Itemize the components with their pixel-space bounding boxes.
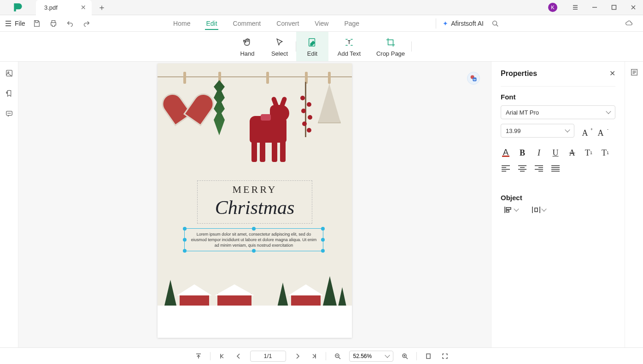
user-avatar[interactable]: K bbox=[548, 3, 557, 12]
menu-page[interactable]: Page bbox=[343, 17, 360, 30]
resize-handle[interactable] bbox=[183, 227, 187, 231]
menu-home[interactable]: Home bbox=[172, 17, 191, 30]
decrease-font-icon[interactable]: A- bbox=[596, 128, 606, 138]
tool-add-text[interactable]: Add Text bbox=[328, 32, 370, 61]
tab-title: 3.pdf bbox=[44, 4, 58, 11]
menu-edit[interactable]: Edit bbox=[205, 17, 218, 30]
document-tab[interactable]: 3.pdf ✕ bbox=[36, 0, 92, 15]
tool-edit-label: Edit bbox=[307, 50, 317, 57]
object-section-title: Object bbox=[501, 194, 615, 202]
fullscreen-icon[interactable] bbox=[440, 351, 450, 361]
menu-button[interactable] bbox=[566, 0, 585, 15]
bold-icon[interactable]: B bbox=[517, 148, 527, 158]
italic-icon[interactable]: I bbox=[534, 148, 544, 158]
distribute-objects-dropdown[interactable] bbox=[532, 206, 546, 214]
file-menu[interactable]: File bbox=[5, 20, 25, 27]
resize-handle[interactable] bbox=[252, 227, 256, 231]
align-right-icon[interactable] bbox=[534, 163, 544, 173]
ai-button[interactable]: ✦ Afirstsoft AI bbox=[443, 20, 484, 27]
bookmarks-icon[interactable] bbox=[4, 88, 14, 98]
zoom-in-icon[interactable] bbox=[400, 351, 410, 361]
menu-comment[interactable]: Comment bbox=[232, 17, 262, 30]
right-rail bbox=[625, 62, 643, 347]
heading-line-2: Christmas bbox=[199, 196, 310, 219]
title-bar: 3.pdf ✕ ＋ K bbox=[0, 0, 643, 15]
tool-crop-page[interactable]: Crop Page bbox=[370, 32, 411, 61]
align-left-icon[interactable] bbox=[501, 163, 511, 173]
search-icon[interactable] bbox=[490, 18, 500, 29]
resize-handle[interactable] bbox=[252, 249, 256, 253]
resize-handle[interactable] bbox=[321, 227, 325, 231]
menu-convert[interactable]: Convert bbox=[275, 17, 300, 30]
tool-hand-label: Hand bbox=[240, 50, 254, 57]
minimize-button[interactable] bbox=[585, 0, 604, 15]
add-text-icon bbox=[344, 36, 354, 48]
tool-add-text-label: Add Text bbox=[338, 50, 361, 57]
page-indicator-input[interactable] bbox=[250, 351, 286, 362]
svg-rect-3 bbox=[6, 70, 12, 76]
thumbnails-icon[interactable] bbox=[4, 68, 14, 78]
font-section-title: Font bbox=[501, 93, 615, 101]
subscript-icon[interactable]: T1 bbox=[600, 148, 610, 158]
font-family-dropdown[interactable]: Arial MT Pro bbox=[501, 105, 615, 119]
prev-page-icon[interactable] bbox=[234, 351, 244, 361]
last-page-icon[interactable] bbox=[309, 351, 319, 361]
decor-heart bbox=[170, 84, 204, 114]
edit-page-icon bbox=[307, 36, 317, 48]
separator bbox=[411, 41, 412, 52]
body-text: Lorem ipsum dolor sit amet, consectetur … bbox=[190, 231, 317, 248]
maximize-button[interactable] bbox=[604, 0, 624, 15]
resize-handle[interactable] bbox=[321, 238, 325, 242]
svg-rect-0 bbox=[612, 6, 616, 10]
scroll-top-icon[interactable] bbox=[193, 351, 204, 361]
properties-panel: Properties ✕ Font Arial MT Pro 13.99 A+ … bbox=[491, 62, 625, 347]
redo-icon[interactable] bbox=[82, 18, 92, 29]
crop-icon bbox=[386, 36, 396, 48]
undo-icon[interactable] bbox=[65, 18, 75, 29]
font-size-dropdown[interactable]: 13.99 bbox=[501, 124, 574, 138]
panel-toggle-icon[interactable] bbox=[630, 68, 638, 78]
chevron-down-icon bbox=[385, 352, 390, 358]
superscript-icon[interactable]: T1 bbox=[584, 148, 594, 158]
tool-hand[interactable]: Hand bbox=[231, 32, 263, 61]
align-center-icon[interactable] bbox=[517, 163, 527, 173]
comments-icon[interactable] bbox=[4, 109, 14, 119]
chevron-down-icon bbox=[606, 109, 611, 114]
sparkle-icon: ✦ bbox=[443, 20, 448, 27]
decor-clip bbox=[266, 72, 269, 84]
document-page[interactable]: MERRY Christmas Lorem ipsum dolor sit am… bbox=[158, 64, 352, 338]
menu-view[interactable]: View bbox=[314, 17, 329, 30]
increase-font-icon[interactable]: A+ bbox=[580, 128, 590, 138]
first-page-icon[interactable] bbox=[217, 351, 227, 361]
decor-string bbox=[158, 76, 352, 77]
cloud-icon[interactable] bbox=[624, 18, 634, 29]
decor-branch bbox=[214, 80, 225, 135]
align-objects-dropdown[interactable] bbox=[504, 206, 518, 214]
fit-page-icon[interactable] bbox=[423, 351, 433, 361]
close-window-button[interactable] bbox=[624, 0, 643, 15]
strikethrough-icon[interactable]: A bbox=[567, 148, 577, 158]
canvas-area[interactable]: W MERRY Chri bbox=[18, 62, 491, 347]
resize-handle[interactable] bbox=[183, 238, 187, 242]
properties-close-button[interactable]: ✕ bbox=[609, 69, 615, 78]
print-icon[interactable] bbox=[48, 18, 58, 29]
align-justify-icon[interactable] bbox=[550, 163, 561, 173]
tool-select[interactable]: Select bbox=[263, 32, 296, 61]
save-icon[interactable] bbox=[32, 18, 42, 29]
tool-edit[interactable]: Edit bbox=[296, 32, 328, 61]
font-size-value: 13.99 bbox=[506, 127, 521, 134]
heading-text-block[interactable]: MERRY Christmas bbox=[197, 180, 312, 224]
zoom-dropdown[interactable]: 52.56% bbox=[349, 351, 393, 362]
tab-close-button[interactable]: ✕ bbox=[81, 4, 86, 11]
font-color-icon[interactable]: A bbox=[501, 148, 511, 158]
decor-berries bbox=[301, 82, 310, 137]
convert-word-badge[interactable]: W bbox=[467, 72, 480, 85]
next-page-icon[interactable] bbox=[292, 351, 303, 361]
new-tab-button[interactable]: ＋ bbox=[95, 1, 108, 14]
underline-icon[interactable]: U bbox=[550, 148, 561, 158]
resize-handle[interactable] bbox=[183, 249, 187, 253]
selected-text-block[interactable]: Lorem ipsum dolor sit amet, consectetur … bbox=[184, 228, 323, 251]
zoom-out-icon[interactable] bbox=[333, 351, 343, 361]
zoom-value: 52.56% bbox=[353, 353, 372, 359]
resize-handle[interactable] bbox=[321, 249, 325, 253]
